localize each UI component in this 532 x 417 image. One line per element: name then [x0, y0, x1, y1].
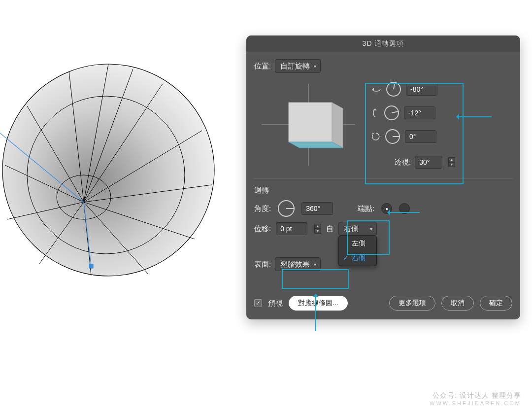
offset-side-option-right[interactable]: 右側 — [339, 251, 376, 266]
watermark: 公众号: 设计达人 整理分享 WWW.SHEJIDAREN.COM — [430, 391, 521, 406]
svg-point-0 — [2, 64, 214, 276]
preview-checkbox[interactable]: ✓ — [254, 299, 262, 307]
svg-marker-26 — [372, 133, 374, 135]
rotate-y-icon — [371, 108, 379, 118]
offset-side-option-left[interactable]: 左側 — [339, 236, 376, 251]
offset-side-dropdown: 左側 右側 — [338, 236, 377, 266]
position-label: 位置: — [254, 62, 271, 71]
rotate-x-icon — [371, 85, 381, 93]
offset-side-select[interactable]: 右側 ▾ — [338, 222, 377, 236]
annotation-arrow-map-art — [315, 296, 316, 331]
rotate-z-dial[interactable] — [385, 129, 400, 144]
position-select[interactable]: 自訂旋轉 ▾ — [275, 59, 321, 73]
rotate-z-input[interactable]: 0° — [405, 130, 436, 143]
offset-input[interactable]: 0 pt — [276, 222, 307, 235]
perspective-input[interactable]: 30° — [415, 156, 442, 169]
annotation-arrow-offset — [389, 212, 420, 213]
rotate-x-dial[interactable] — [386, 82, 401, 97]
rotate-z-icon — [371, 132, 380, 141]
svg-rect-18 — [89, 264, 93, 268]
dialog-3d-revolve-options: 3D 迴轉選項 位置: 自訂旋轉 ▾ — [246, 35, 520, 319]
ok-button[interactable]: 確定 — [480, 296, 512, 311]
map-art-button[interactable]: 對應線條圖... — [289, 296, 348, 311]
rotate-y-dial[interactable] — [384, 105, 399, 120]
preview-label: 預視 — [268, 299, 283, 308]
surface-value: 塑膠效果 — [280, 260, 310, 269]
annotation-highlight-map-art — [282, 269, 349, 289]
dialog-titlebar[interactable]: 3D 迴轉選項 — [246, 35, 520, 52]
svg-marker-22 — [332, 103, 343, 148]
chevron-down-icon: ▾ — [370, 226, 372, 232]
surface-label: 表面: — [254, 260, 271, 269]
offset-stepper[interactable]: ▴▾ — [314, 224, 321, 234]
cap-label: 端點: — [358, 204, 374, 213]
watermark-line2: WWW.SHEJIDAREN.COM — [430, 400, 521, 406]
more-options-button[interactable]: 更多選項 — [389, 296, 435, 311]
revolve-section-title: 迴轉 — [254, 186, 512, 195]
angle-label: 角度: — [254, 204, 271, 213]
offset-from-label: 自 — [326, 224, 333, 234]
perspective-stepper[interactable]: ▴▾ — [448, 157, 455, 167]
angle-input[interactable]: 360° — [301, 202, 333, 215]
offset-label: 位移: — [254, 224, 271, 234]
rotation-cube-track[interactable] — [254, 78, 363, 172]
watermark-line1: 公众号: 设计达人 整理分享 — [430, 391, 521, 400]
canvas-preview — [0, 37, 227, 293]
rotate-y-input[interactable]: -12° — [404, 106, 435, 119]
angle-dial[interactable] — [278, 200, 295, 217]
cancel-button[interactable]: 取消 — [441, 296, 474, 311]
dialog-title: 3D 迴轉選項 — [363, 39, 404, 48]
offset-side-value: 右側 — [344, 224, 359, 234]
chevron-down-icon: ▾ — [314, 64, 316, 69]
rotate-x-input[interactable]: -80° — [406, 83, 437, 96]
perspective-label: 透視: — [394, 158, 411, 167]
annotation-arrow-rotation — [458, 116, 492, 117]
position-value: 自訂旋轉 — [280, 62, 310, 71]
chevron-down-icon: ▾ — [314, 262, 316, 267]
svg-marker-21 — [289, 103, 332, 142]
